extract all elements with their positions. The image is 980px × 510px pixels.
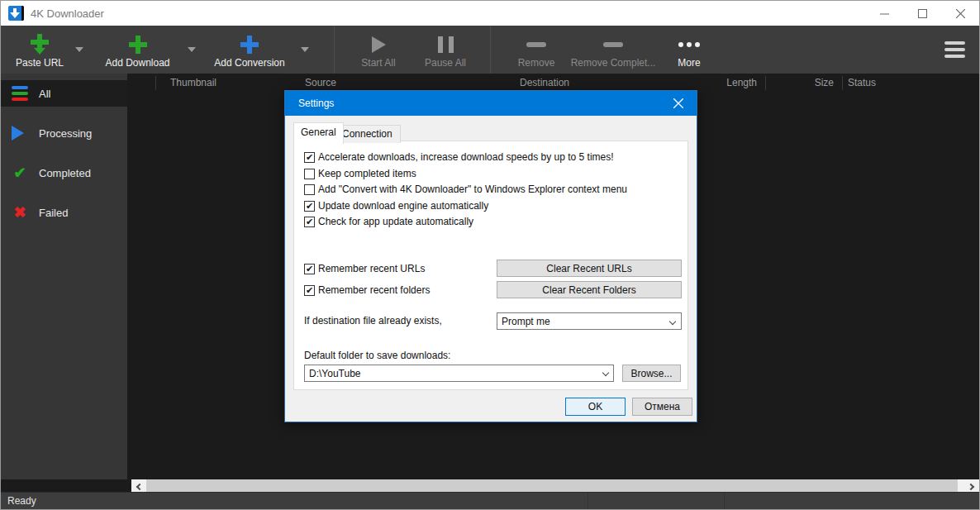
toolbar-separator bbox=[490, 26, 491, 74]
sidebar-item-failed[interactable]: ✖ Failed bbox=[1, 199, 127, 226]
checkbox-remember-urls[interactable]: ✔ Remember recent URLs bbox=[304, 262, 425, 275]
tab-general[interactable]: General bbox=[293, 122, 344, 144]
start-all-button[interactable]: Start All bbox=[345, 26, 412, 74]
sidebar-item-all[interactable]: All bbox=[1, 80, 127, 107]
checkbox-box: ✔ bbox=[304, 201, 315, 212]
maximize-button[interactable] bbox=[903, 1, 941, 26]
chevron-down-icon bbox=[669, 318, 676, 325]
hamburger-icon bbox=[944, 41, 965, 45]
remove-completed-button[interactable]: Remove Complet... bbox=[571, 26, 655, 74]
dialog-title: Settings bbox=[298, 98, 334, 109]
more-button[interactable]: More bbox=[664, 26, 715, 74]
checkbox-box: ✔ bbox=[304, 152, 315, 163]
checkbox-accelerate-downloads[interactable]: ✔ Accelerate downloads, increase downloa… bbox=[304, 150, 614, 164]
add-download-icon bbox=[129, 36, 147, 54]
sidebar-item-processing[interactable]: Processing bbox=[1, 120, 127, 146]
checkmark-icon: ✔ bbox=[306, 217, 313, 226]
app-title: 4K Downloader bbox=[31, 7, 104, 20]
dialog-title-bar: Settings bbox=[285, 91, 697, 116]
maximize-icon bbox=[918, 9, 927, 18]
menu-button[interactable] bbox=[940, 26, 969, 74]
column-separator bbox=[765, 76, 766, 90]
completed-check-icon: ✔ bbox=[12, 164, 28, 181]
checkmark-icon: ✔ bbox=[306, 202, 313, 211]
chevron-left-icon bbox=[136, 483, 143, 489]
column-header-thumbnail[interactable]: Thumbnail bbox=[170, 74, 216, 92]
remove-icon bbox=[526, 42, 546, 47]
close-icon bbox=[956, 9, 965, 18]
all-filter-icon bbox=[12, 86, 28, 101]
add-download-dropdown[interactable] bbox=[184, 26, 199, 74]
browse-button[interactable]: Browse... bbox=[622, 365, 681, 382]
pause-all-button[interactable]: Pause All bbox=[412, 26, 478, 74]
general-settings-panel: ✔ Accelerate downloads, increase downloa… bbox=[293, 141, 688, 390]
settings-dialog: Settings General Connection ✔ Accelerate… bbox=[284, 90, 697, 422]
sidebar-item-completed[interactable]: ✔ Completed bbox=[1, 160, 127, 186]
minimize-icon bbox=[880, 9, 889, 18]
sidebar: All Processing ✔ Completed ✖ Failed bbox=[1, 74, 127, 479]
close-button[interactable] bbox=[941, 1, 979, 26]
app-icon bbox=[8, 6, 24, 21]
pause-all-icon bbox=[438, 36, 454, 53]
checkbox-explorer-context-menu[interactable]: Add "Convert with 4K Downloader" to Wind… bbox=[304, 183, 627, 196]
column-header-destination[interactable]: Destination bbox=[520, 74, 569, 92]
status-bar: Ready bbox=[1, 492, 979, 509]
start-all-icon bbox=[372, 36, 386, 53]
checkbox-box: ✔ bbox=[304, 285, 315, 296]
column-header-size[interactable]: Size bbox=[786, 74, 834, 92]
default-folder-combo bbox=[304, 365, 614, 382]
checkmark-icon: ✔ bbox=[306, 153, 313, 162]
file-exists-select[interactable]: Prompt me bbox=[497, 312, 682, 330]
default-folder-label: Default folder to save downloads: bbox=[304, 350, 450, 361]
title-bar: 4K Downloader bbox=[1, 1, 979, 26]
cancel-button[interactable]: Отмена bbox=[632, 398, 692, 416]
checkmark-icon: ✔ bbox=[306, 286, 313, 295]
add-download-button[interactable]: Add Download bbox=[98, 26, 177, 74]
statusbar-separator bbox=[724, 493, 725, 509]
window-controls bbox=[865, 1, 979, 26]
checkbox-update-engine[interactable]: ✔ Update download engine automatically bbox=[304, 199, 488, 212]
toolbar: Paste URL Add Download Add Conversion St… bbox=[1, 26, 979, 74]
checkbox-box bbox=[304, 184, 315, 195]
add-conversion-dropdown[interactable] bbox=[297, 26, 312, 74]
chevron-right-icon bbox=[968, 483, 974, 489]
checkbox-box: ✔ bbox=[304, 264, 315, 274]
toolbar-separator bbox=[334, 26, 335, 74]
chevron-down-icon bbox=[75, 47, 83, 52]
column-header-status[interactable]: Status bbox=[848, 74, 876, 92]
add-conversion-button[interactable]: Add Conversion bbox=[207, 26, 292, 74]
file-exists-label: If destination file already exists, bbox=[304, 315, 442, 326]
paste-url-icon bbox=[31, 34, 49, 55]
checkbox-keep-completed[interactable]: Keep completed items bbox=[304, 167, 416, 180]
clear-recent-folders-button[interactable]: Clear Recent Folders bbox=[497, 281, 682, 298]
column-header-length[interactable]: Length bbox=[699, 74, 757, 92]
ok-button[interactable]: OK bbox=[565, 398, 626, 416]
checkbox-check-app-update[interactable]: ✔ Check for app update automatically bbox=[304, 215, 473, 228]
chevron-down-icon bbox=[301, 47, 309, 52]
more-icon bbox=[678, 42, 700, 47]
status-text: Ready bbox=[7, 493, 36, 509]
close-icon bbox=[673, 98, 683, 108]
tab-connection[interactable]: Connection bbox=[334, 125, 401, 143]
checkbox-box bbox=[304, 169, 315, 179]
paste-url-button[interactable]: Paste URL bbox=[7, 26, 72, 74]
checkmark-icon: ✔ bbox=[306, 265, 313, 274]
column-separator bbox=[155, 76, 156, 90]
checkbox-box: ✔ bbox=[304, 217, 315, 227]
column-separator bbox=[842, 76, 843, 90]
failed-cross-icon: ✖ bbox=[12, 204, 28, 221]
processing-icon bbox=[12, 126, 24, 141]
remove-button[interactable]: Remove bbox=[503, 26, 569, 74]
app-window: 4K Downloader Paste URL Add Download bbox=[0, 0, 980, 510]
column-header-source[interactable]: Source bbox=[305, 74, 336, 92]
minimize-button[interactable] bbox=[865, 1, 903, 26]
statusbar-separator bbox=[588, 493, 588, 509]
paste-url-dropdown[interactable] bbox=[72, 26, 87, 74]
dialog-close-button[interactable] bbox=[660, 91, 697, 116]
add-conversion-icon bbox=[240, 36, 259, 54]
chevron-down-icon bbox=[188, 47, 196, 52]
remove-completed-icon bbox=[603, 42, 623, 47]
clear-recent-urls-button[interactable]: Clear Recent URLs bbox=[497, 260, 682, 277]
checkbox-remember-folders[interactable]: ✔ Remember recent folders bbox=[304, 284, 430, 297]
default-folder-input[interactable] bbox=[304, 365, 614, 382]
